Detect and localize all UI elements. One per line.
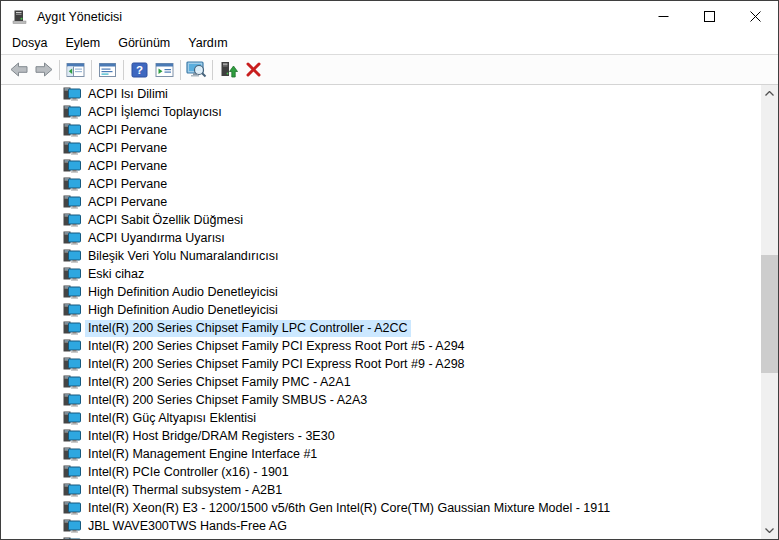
device-tree-item[interactable]: Intel(R) Xeon(R) E3 - 1200/1500 v5/6th G…	[1, 499, 761, 517]
device-label: ACPI Isı Dilimi	[85, 86, 171, 103]
device-label: Intel(R) 200 Series Chipset Family SMBUS…	[85, 392, 370, 409]
device-label: ACPI Pervane	[85, 158, 170, 175]
maximize-button[interactable]	[686, 1, 732, 32]
close-button[interactable]	[732, 1, 778, 32]
device-tree-item[interactable]: ACPI Pervane	[1, 121, 761, 139]
uninstall-device-button[interactable]	[241, 57, 266, 82]
device-tree-item[interactable]: Eski cihaz	[1, 265, 761, 283]
toolbar-separator	[180, 60, 181, 80]
device-label: High Definition Audio Denetleyicisi	[85, 284, 281, 301]
help-icon: ?	[131, 62, 148, 78]
back-button[interactable]	[6, 57, 31, 82]
device-label: Intel(R) PCIe Controller (x16) - 1901	[85, 464, 292, 481]
properties-icon	[98, 62, 117, 78]
device-tree-item[interactable]: ACPI Pervane	[1, 193, 761, 211]
system-device-icon	[63, 249, 81, 263]
device-label: Intel(R) 200 Series Chipset Family PCI E…	[85, 356, 468, 373]
forward-button[interactable]	[31, 57, 56, 82]
system-device-icon	[63, 519, 81, 533]
device-label: ACPI Pervane	[85, 194, 170, 211]
system-device-icon	[63, 501, 81, 515]
device-tree-item[interactable]: High Definition Audio Denetleyicisi	[1, 283, 761, 301]
menu-dosya[interactable]: Dosya	[3, 33, 56, 53]
device-tree-item[interactable]: Intel(R) 200 Series Chipset Family PCI E…	[1, 337, 761, 355]
device-tree-item[interactable]: Intel(R) Güç Altyapısı Eklentisi	[1, 409, 761, 427]
device-label: ACPI Pervane	[85, 140, 170, 157]
device-tree-item[interactable]: ACPI Sabit Özellik Düğmesi	[1, 211, 761, 229]
device-manager-window: Aygıt Yöneticisi Dosya Eylem	[0, 0, 779, 540]
show-hide-console-tree-button[interactable]	[63, 57, 88, 82]
device-tree-item[interactable]: Intel(R) 200 Series Chipset Family PCI E…	[1, 355, 761, 373]
device-tree-item[interactable]: Intel(R) Thermal subsystem - A2B1	[1, 481, 761, 499]
chevron-up-icon	[765, 91, 774, 96]
device-label: Intel(R) Management Engine Interface #1	[85, 446, 320, 463]
system-device-icon	[63, 483, 81, 497]
scan-hardware-icon	[186, 61, 207, 78]
system-device-icon	[63, 411, 81, 425]
device-tree-item[interactable]: Bileşik Veri Yolu Numaralandırıcısı	[1, 247, 761, 265]
minimize-button[interactable]	[640, 1, 686, 32]
device-label: ACPI Sabit Özellik Düğmesi	[85, 212, 246, 229]
device-tree-item[interactable]: Intel(R) 200 Series Chipset Family LPC C…	[1, 319, 761, 337]
device-tree-item[interactable]: ACPI Pervane	[1, 139, 761, 157]
system-device-icon	[63, 123, 81, 137]
device-tree-item[interactable]: JBL WAVE300TWS Hands-Free AG	[1, 517, 761, 535]
chevron-down-icon	[765, 528, 774, 533]
scroll-thumb[interactable]	[761, 255, 778, 373]
menu-yardim[interactable]: Yardım	[179, 33, 236, 53]
system-device-icon	[63, 195, 81, 209]
forward-arrow-icon	[35, 62, 53, 77]
device-tree-item[interactable]: ACPI Uyandırma Uyarısı	[1, 229, 761, 247]
system-device-icon	[63, 177, 81, 191]
device-tree: ACPI Isı Dilimi ACPI İşlemci Toplayıcısı	[1, 85, 761, 539]
device-label: JBL WAVE300TWS Hands-Free AG	[85, 518, 290, 535]
device-tree-item[interactable]: ACPI Pervane	[1, 175, 761, 193]
system-device-icon	[63, 285, 81, 299]
device-label: ACPI İşlemci Toplayıcısı	[85, 104, 225, 121]
system-device-icon	[63, 339, 81, 353]
system-device-icon	[63, 447, 81, 461]
update-driver-icon	[220, 61, 238, 78]
menu-bar: Dosya Eylem Görünüm Yardım	[1, 32, 778, 54]
show-hide-action-pane-button[interactable]	[152, 57, 177, 82]
scroll-up-button[interactable]	[761, 85, 778, 102]
device-label: Intel(R) Thermal subsystem - A2B1	[85, 482, 285, 499]
system-device-icon	[63, 141, 81, 155]
device-label: ACPI Uyandırma Uyarısı	[85, 230, 228, 247]
scan-hardware-changes-button[interactable]	[184, 57, 209, 82]
device-tree-item[interactable]: High Definition Audio Denetleyicisi	[1, 301, 761, 319]
help-button[interactable]: ?	[127, 57, 152, 82]
system-device-icon	[63, 537, 81, 539]
device-label: Bileşik Veri Yolu Numaralandırıcısı	[85, 248, 281, 265]
scroll-down-button[interactable]	[761, 522, 778, 539]
content-area: ACPI Isı Dilimi ACPI İşlemci Toplayıcısı	[1, 85, 778, 539]
device-tree-item[interactable]: Microsoft ACPI-Uyumlu Sistem	[1, 535, 761, 539]
title-bar: Aygıt Yöneticisi	[1, 1, 778, 32]
toolbar-separator	[123, 60, 124, 80]
device-tree-item[interactable]: ACPI İşlemci Toplayıcısı	[1, 103, 761, 121]
properties-button[interactable]	[95, 57, 120, 82]
toolbar-separator	[59, 60, 60, 80]
device-label: ACPI Pervane	[85, 122, 170, 139]
system-device-icon	[63, 357, 81, 371]
device-label: Eski cihaz	[85, 266, 147, 283]
caption-buttons	[640, 1, 778, 32]
menu-gorunum[interactable]: Görünüm	[109, 33, 179, 53]
uninstall-x-icon	[246, 62, 261, 77]
device-tree-item[interactable]: Intel(R) 200 Series Chipset Family SMBUS…	[1, 391, 761, 409]
device-tree-item[interactable]: Intel(R) Host Bridge/DRAM Registers - 3E…	[1, 427, 761, 445]
toolbar-separator	[91, 60, 92, 80]
device-tree-item[interactable]: Intel(R) PCIe Controller (x16) - 1901	[1, 463, 761, 481]
vertical-scrollbar[interactable]	[761, 85, 778, 539]
device-tree-item[interactable]: Intel(R) Management Engine Interface #1	[1, 445, 761, 463]
menu-eylem[interactable]: Eylem	[56, 33, 109, 53]
system-device-icon	[63, 321, 81, 335]
minimize-icon	[658, 11, 669, 22]
device-tree-item[interactable]: Intel(R) 200 Series Chipset Family PMC -…	[1, 373, 761, 391]
back-arrow-icon	[10, 62, 28, 77]
device-tree-item[interactable]: ACPI Pervane	[1, 157, 761, 175]
system-device-icon	[63, 159, 81, 173]
device-tree-item[interactable]: ACPI Isı Dilimi	[1, 85, 761, 103]
update-driver-button[interactable]	[216, 57, 241, 82]
device-label: ACPI Pervane	[85, 176, 170, 193]
